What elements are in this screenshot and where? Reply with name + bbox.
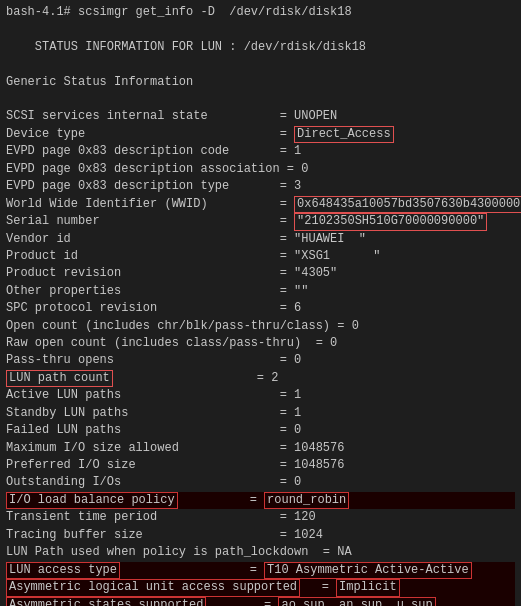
terminal: bash-4.1# scsimgr get_info -D /dev/rdisk… (0, 0, 521, 606)
row-wwid: World Wide Identifier (WWID) = 0x648435a… (6, 196, 515, 214)
asym-lu-val-box: Implicit (336, 579, 400, 597)
row-active-lun: Active LUN paths = 1 (6, 387, 515, 404)
blank-line-3 (6, 91, 515, 108)
row-path-lockdown: LUN Path used when policy is path_lockdo… (6, 544, 515, 561)
row-io-lb: I/O load balance policy = round_robin (6, 492, 515, 510)
blank-line-2 (6, 56, 515, 73)
io-lb-box: I/O load balance policy (6, 492, 178, 510)
row-tracing: Tracing buffer size = 1024 (6, 527, 515, 544)
lun-path-count-box: LUN path count (6, 370, 113, 388)
asym-states-val-box: ao_sup, an_sup, u_sup (278, 597, 435, 606)
row-pref-io: Preferred I/O size = 1048576 (6, 457, 515, 474)
row-spc: SPC protocol revision = 6 (6, 300, 515, 317)
row-product-rev: Product revision = "4305" (6, 265, 515, 282)
row-evpd-type: EVPD page 0x83 description type = 3 (6, 178, 515, 195)
row-scsi: SCSI services internal state = UNOPEN (6, 108, 515, 125)
lun-access-box: LUN access type (6, 562, 120, 580)
status-header: STATUS INFORMATION FOR LUN : /dev/rdisk/… (6, 39, 515, 56)
row-evpd-assoc: EVPD page 0x83 description association =… (6, 161, 515, 178)
row-other-props: Other properties = "" (6, 283, 515, 300)
row-open-count: Open count (includes chr/blk/pass-thru/c… (6, 318, 515, 335)
round-robin-box: round_robin (264, 492, 349, 510)
row-serial: Serial number = "2102350SH510G7000009000… (6, 213, 515, 231)
serial-box: "2102350SH510G70000090000" (294, 213, 487, 231)
row-vendor: Vendor id = "HUAWEI " (6, 231, 515, 248)
wwid-box: 0x648435a10057bd3507630b4300000000 (294, 196, 521, 214)
lun-access-val-box: T10 Asymmetric Active-Active (264, 562, 472, 580)
row-device-type: Device type = Direct_Access (6, 126, 515, 144)
row-evpd-code: EVPD page 0x83 description code = 1 (6, 143, 515, 160)
row-asym-lu: Asymmetric logical unit access supported… (6, 579, 515, 597)
asym-lu-box: Asymmetric logical unit access supported (6, 579, 300, 597)
row-asym-states: Asymmetric states supported = ao_sup, an… (6, 597, 515, 606)
blank-line-1 (6, 21, 515, 38)
row-standby: Standby LUN paths = 1 (6, 405, 515, 422)
row-lun-path-count: LUN path count = 2 (6, 370, 515, 388)
row-failed: Failed LUN paths = 0 (6, 422, 515, 439)
generic-header: Generic Status Information (6, 74, 515, 91)
asym-states-box: Asymmetric states supported (6, 597, 206, 606)
row-max-io: Maximum I/O size allowed = 1048576 (6, 440, 515, 457)
row-transient: Transient time period = 120 (6, 509, 515, 526)
row-outstanding: Outstanding I/Os = 0 (6, 474, 515, 491)
row-passthru: Pass-thru opens = 0 (6, 352, 515, 369)
row-raw-open: Raw open count (includes class/pass-thru… (6, 335, 515, 352)
device-type-box: Direct_Access (294, 126, 394, 144)
row-product-id: Product id = "XSG1 " (6, 248, 515, 265)
row-lun-access: LUN access type = T10 Asymmetric Active-… (6, 562, 515, 580)
prompt-line: bash-4.1# scsimgr get_info -D /dev/rdisk… (6, 4, 515, 21)
